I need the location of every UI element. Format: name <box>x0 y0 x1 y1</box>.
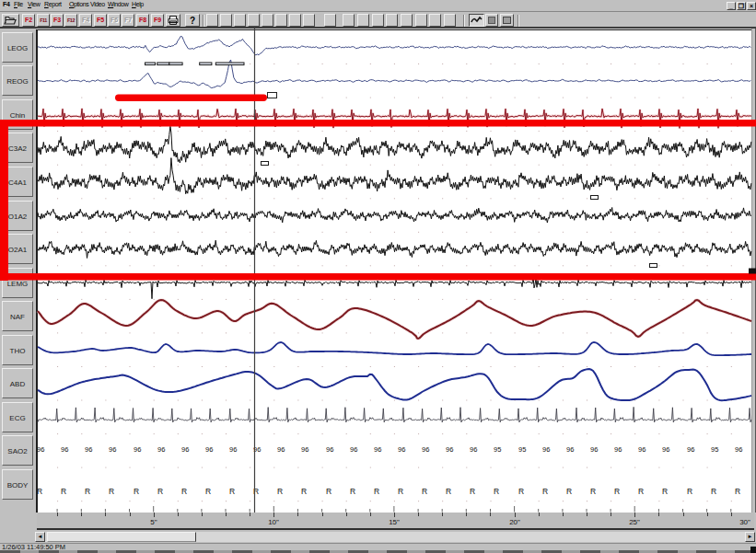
svg-text:96: 96 <box>590 445 598 454</box>
svg-text:96: 96 <box>350 445 357 454</box>
svg-text:R: R <box>350 487 355 496</box>
svg-text:R: R <box>542 487 548 496</box>
svg-text:96: 96 <box>566 445 574 454</box>
svg-text:96: 96 <box>134 445 141 454</box>
svg-text:R: R <box>229 487 235 496</box>
svg-text:96: 96 <box>85 445 92 454</box>
svg-text:96: 96 <box>301 445 308 454</box>
svg-text:R: R <box>590 487 596 496</box>
svg-text:R: R <box>614 487 620 496</box>
svg-text:96: 96 <box>229 445 237 454</box>
svg-text:96: 96 <box>157 445 165 454</box>
svg-text:96: 96 <box>638 445 646 454</box>
svg-text:R: R <box>518 487 524 496</box>
svg-text:R: R <box>134 487 139 496</box>
svg-text:96: 96 <box>37 445 44 454</box>
svg-text:96: 96 <box>662 445 669 454</box>
svg-text:R: R <box>157 487 163 496</box>
svg-text:R: R <box>638 487 644 496</box>
svg-text:96: 96 <box>61 445 68 454</box>
svg-text:R: R <box>662 487 668 496</box>
svg-text:96: 96 <box>277 445 285 454</box>
svg-text:R: R <box>422 487 427 496</box>
svg-text:R: R <box>735 487 740 496</box>
svg-text:R: R <box>277 487 283 496</box>
svg-text:96: 96 <box>735 445 742 454</box>
svg-text:96: 96 <box>614 445 622 454</box>
svg-text:96: 96 <box>109 445 116 454</box>
svg-text:96: 96 <box>398 445 405 454</box>
svg-text:R: R <box>37 487 42 496</box>
svg-text:R: R <box>85 487 90 496</box>
svg-text:96: 96 <box>470 445 477 454</box>
svg-text:96: 96 <box>446 445 453 454</box>
svg-text:R: R <box>61 487 66 496</box>
svg-text:R: R <box>326 487 331 496</box>
svg-text:R: R <box>566 487 572 496</box>
svg-text:95: 95 <box>494 445 501 454</box>
svg-text:R: R <box>301 487 307 496</box>
svg-text:R: R <box>446 487 451 496</box>
svg-text:95: 95 <box>518 445 526 454</box>
svg-text:R: R <box>109 487 114 496</box>
svg-text:96: 96 <box>374 445 381 454</box>
svg-text:96: 96 <box>687 445 694 454</box>
svg-text:96: 96 <box>542 445 550 454</box>
svg-text:R: R <box>374 487 379 496</box>
svg-text:R: R <box>398 487 403 496</box>
svg-text:R: R <box>205 487 211 496</box>
svg-text:96: 96 <box>326 445 333 454</box>
svg-text:96: 96 <box>205 445 213 454</box>
svg-text:96: 96 <box>422 445 429 454</box>
svg-text:95: 95 <box>711 445 718 454</box>
svg-text:R: R <box>687 487 692 496</box>
svg-text:R: R <box>494 487 499 496</box>
svg-text:R: R <box>470 487 475 496</box>
svg-text:R: R <box>711 487 716 496</box>
svg-text:96: 96 <box>181 445 189 454</box>
svg-text:R: R <box>181 487 187 496</box>
